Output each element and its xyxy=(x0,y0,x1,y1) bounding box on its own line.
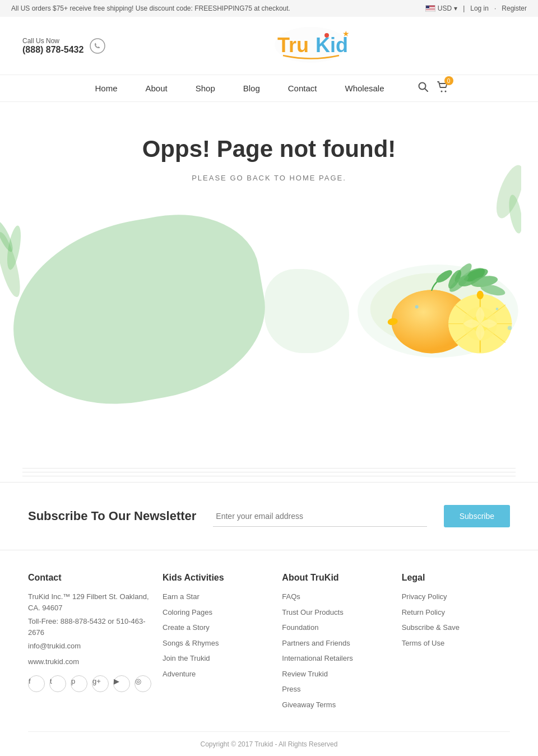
footer-phone: Toll-Free: 888-878-5432 or 510-463-2676 xyxy=(28,616,151,638)
main-content: Opps! Page not found! PLEASE GO BACK TO … xyxy=(0,102,538,462)
cart-button[interactable]: 0 xyxy=(437,81,449,96)
search-button[interactable] xyxy=(418,82,428,95)
footer-columns: Contact TruKid Inc.™ 129 Filbert St. Oak… xyxy=(28,573,510,715)
lemon-illustration xyxy=(11,205,527,418)
decoration-left xyxy=(0,203,28,328)
svg-point-9 xyxy=(444,91,446,92)
nav-contact[interactable]: Contact xyxy=(282,81,323,96)
nav-home[interactable]: Home xyxy=(89,81,123,96)
footer-faqs[interactable]: FAQs xyxy=(282,591,390,602)
subscribe-button[interactable]: Subscribe xyxy=(444,505,510,527)
social-youtube[interactable]: ▶ xyxy=(113,675,130,692)
search-icon xyxy=(418,82,428,92)
footer-terms-of-use[interactable]: Terms of Use xyxy=(402,638,510,649)
logo: Tru Kid ★ xyxy=(272,25,350,64)
footer-kids-col: Kids Activities Earn a Star Coloring Pag… xyxy=(163,573,271,715)
newsletter-title: Subscribe To Our Newsletter xyxy=(28,508,196,525)
footer-press[interactable]: Press xyxy=(282,684,390,695)
footer-international[interactable]: International Retailers xyxy=(282,653,390,664)
footer-coloring-pages[interactable]: Coloring Pages xyxy=(163,607,271,618)
nav-about[interactable]: About xyxy=(140,81,173,96)
phone-icon xyxy=(89,38,106,54)
top-bar-right: USD ▾ | Log in · Register xyxy=(425,4,527,12)
footer-partners[interactable]: Partners and Friends xyxy=(282,638,390,649)
newsletter-email-input[interactable] xyxy=(213,506,426,527)
currency-selector[interactable]: USD ▾ xyxy=(425,4,457,12)
logo-container: Tru Kid ★ xyxy=(106,25,516,66)
footer-legal-title: Legal xyxy=(402,573,510,583)
svg-point-4 xyxy=(324,33,329,38)
footer-address: TruKid Inc.™ 129 Filbert St. Oakland, CA… xyxy=(28,591,151,613)
footer-create-story[interactable]: Create a Story xyxy=(163,622,271,633)
flag-icon xyxy=(425,5,435,12)
footer-giveaway[interactable]: Giveaway Terms xyxy=(282,699,390,711)
footer-subscribe-save[interactable]: Subscribe & Save xyxy=(402,622,510,633)
footer-contact-col: Contact TruKid Inc.™ 129 Filbert St. Oak… xyxy=(28,573,151,715)
header-left: Call Us Now (888) 878-5432 xyxy=(22,37,106,55)
social-instagram[interactable]: ◎ xyxy=(134,675,151,692)
footer-email: info@trukid.com xyxy=(28,641,151,652)
footer-legal-col: Legal Privacy Policy Return Policy Subsc… xyxy=(402,573,510,715)
footer-copyright: Copyright © 2017 Trukid - All Rights Res… xyxy=(28,731,510,748)
svg-point-8 xyxy=(440,91,442,92)
footer-about-title: About TruKid xyxy=(282,573,390,583)
social-twitter[interactable]: t xyxy=(49,675,66,692)
footer-contact-title: Contact xyxy=(28,573,151,583)
footer-songs-rhymes[interactable]: Songs & Rhymes xyxy=(163,638,271,649)
social-facebook[interactable]: f xyxy=(28,675,45,692)
footer-adventure[interactable]: Adventure xyxy=(163,669,271,680)
divider-1 xyxy=(22,468,516,469)
error-title: Opps! Page not found! xyxy=(11,136,527,163)
svg-text:★: ★ xyxy=(342,29,350,38)
phone-info: Call Us Now (888) 878-5432 xyxy=(22,37,84,55)
footer: Contact TruKid Inc.™ 129 Filbert St. Oak… xyxy=(0,550,538,756)
watercolor-blob-2 xyxy=(265,269,349,353)
separator: | xyxy=(463,4,465,12)
svg-point-38 xyxy=(415,305,419,308)
logo-link[interactable]: Tru Kid ★ xyxy=(272,25,350,66)
separator2: · xyxy=(494,4,496,12)
footer-email-link[interactable]: info@trukid.com xyxy=(28,641,151,652)
footer-return-policy[interactable]: Return Policy xyxy=(402,607,510,618)
nav-wholesale[interactable]: Wholesale xyxy=(339,81,389,96)
promo-text: All US orders $75+ receive free shipping… xyxy=(11,4,290,12)
nav-icons: 0 xyxy=(418,81,449,96)
register-link[interactable]: Register xyxy=(502,4,527,12)
chevron-down-icon: ▾ xyxy=(454,4,457,12)
divider-2 xyxy=(22,472,516,472)
svg-point-36 xyxy=(477,291,484,299)
nav-blog[interactable]: Blog xyxy=(238,81,266,96)
lemon-svg xyxy=(349,221,527,401)
footer-website: www.trukid.com xyxy=(28,656,151,667)
svg-line-7 xyxy=(425,89,428,91)
social-icons: f t p g+ ▶ ◎ xyxy=(28,675,151,697)
phone-label: Call Us Now xyxy=(22,37,84,45)
divider-3 xyxy=(22,476,516,476)
svg-point-39 xyxy=(496,308,499,310)
svg-text:Tru: Tru xyxy=(277,34,309,57)
nav-shop[interactable]: Shop xyxy=(190,81,221,96)
login-link[interactable]: Log in xyxy=(470,4,489,12)
currency-label: USD xyxy=(438,4,452,12)
watercolor-blob-1 xyxy=(0,201,279,421)
nav: Home About Shop Blog Contact Wholesale 0 xyxy=(0,75,538,102)
svg-point-0 xyxy=(90,39,105,53)
footer-trust-products[interactable]: Trust Our Products xyxy=(282,607,390,618)
header: Call Us Now (888) 878-5432 Tru Kid xyxy=(0,17,538,75)
footer-earn-star[interactable]: Earn a Star xyxy=(163,591,271,602)
footer-website-link[interactable]: www.trukid.com xyxy=(28,656,151,667)
cart-badge: 0 xyxy=(444,76,453,85)
svg-point-40 xyxy=(508,326,512,330)
footer-join-trukid[interactable]: Join the Trukid xyxy=(163,653,271,664)
dividers xyxy=(0,462,538,482)
phone-number: (888) 878-5432 xyxy=(22,45,84,55)
social-google-plus[interactable]: g+ xyxy=(92,675,109,692)
footer-kids-title: Kids Activities xyxy=(163,573,271,583)
footer-foundation[interactable]: Foundation xyxy=(282,622,390,633)
footer-review[interactable]: Review Trukid xyxy=(282,669,390,680)
social-pinterest[interactable]: p xyxy=(71,675,87,692)
newsletter-section: Subscribe To Our Newsletter Subscribe xyxy=(0,482,538,550)
footer-about-col: About TruKid FAQs Trust Our Products Fou… xyxy=(282,573,390,715)
top-bar: All US orders $75+ receive free shipping… xyxy=(0,0,538,17)
footer-privacy-policy[interactable]: Privacy Policy xyxy=(402,591,510,602)
